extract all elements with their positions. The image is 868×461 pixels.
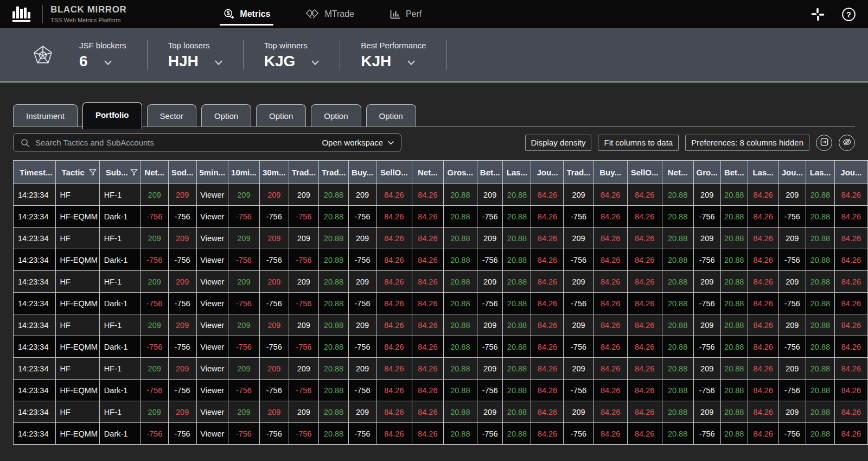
column-header-15[interactable]: Las...	[503, 161, 531, 184]
cell[interactable]: 209	[564, 314, 593, 336]
column-header-4[interactable]: Sod...	[168, 161, 196, 184]
column-header-17[interactable]: Trad...	[564, 161, 593, 184]
cell[interactable]: 84.26	[627, 293, 662, 314]
cell[interactable]: 209	[693, 314, 720, 336]
cell[interactable]: -756	[168, 423, 196, 445]
cell[interactable]: 84.26	[593, 401, 627, 423]
cell[interactable]: -756	[228, 336, 260, 358]
cell[interactable]: 84.26	[412, 314, 443, 336]
cell[interactable]: 84.26	[376, 271, 412, 293]
cell[interactable]: 209	[778, 401, 806, 423]
eye-off-button[interactable]	[839, 135, 855, 151]
cell[interactable]: 14:23:34	[14, 401, 56, 423]
cell[interactable]: 20.88	[318, 336, 348, 358]
cell[interactable]: 20.88	[806, 358, 834, 380]
column-header-3[interactable]: Net...	[141, 161, 168, 184]
column-header-2[interactable]: Sub...	[99, 161, 141, 184]
nav-item-mtrade[interactable]: MTrade	[305, 0, 354, 28]
cell[interactable]: 209	[349, 358, 376, 380]
cell[interactable]: 20.88	[720, 184, 748, 206]
cell[interactable]: 14:23:34	[14, 249, 56, 271]
cell[interactable]: Viewer	[196, 380, 228, 401]
cell[interactable]: 84.26	[834, 184, 867, 206]
cell[interactable]: 209	[141, 228, 168, 249]
cell[interactable]: 84.26	[593, 206, 627, 228]
cell[interactable]: 20.88	[720, 228, 748, 249]
cell[interactable]: 209	[693, 228, 720, 249]
cell[interactable]: HF-1	[99, 401, 141, 423]
cell[interactable]: 84.26	[376, 184, 412, 206]
cell[interactable]: 20.88	[443, 314, 477, 336]
column-header-8[interactable]: Trad...	[289, 161, 318, 184]
table-row[interactable]: 14:23:34HF-EQMMDark-1-756-756Viewer-756-…	[14, 423, 868, 445]
cell[interactable]: 20.88	[503, 336, 531, 358]
cell[interactable]: 20.88	[503, 423, 531, 445]
cell[interactable]: 84.26	[376, 423, 412, 445]
cell[interactable]: 209	[564, 271, 593, 293]
cell[interactable]: -756	[564, 293, 593, 314]
cell[interactable]: 84.26	[412, 423, 443, 445]
cell[interactable]: 84.26	[531, 249, 564, 271]
cell[interactable]: 84.26	[531, 184, 564, 206]
cell[interactable]: HF-EQMM	[55, 293, 99, 314]
cell[interactable]: 84.26	[412, 358, 443, 380]
table-row[interactable]: 14:23:34HFHF-1209209Viewer20920920920.88…	[14, 401, 868, 423]
column-header-19[interactable]: SellO...	[627, 161, 662, 184]
cell[interactable]: 84.26	[834, 358, 867, 380]
column-header-16[interactable]: Jou...	[531, 161, 564, 184]
cell[interactable]: 84.26	[376, 380, 412, 401]
cell[interactable]: 20.88	[720, 206, 748, 228]
cell[interactable]: 209	[141, 271, 168, 293]
cell[interactable]: 209	[778, 314, 806, 336]
cell[interactable]: 20.88	[318, 401, 348, 423]
cell[interactable]: 20.88	[806, 401, 834, 423]
cell[interactable]: 209	[168, 184, 196, 206]
cell[interactable]: 84.26	[412, 401, 443, 423]
cell[interactable]: -756	[141, 380, 168, 401]
cell[interactable]: 84.26	[531, 271, 564, 293]
cell[interactable]: 209	[564, 358, 593, 380]
cell[interactable]: -756	[259, 249, 289, 271]
cell[interactable]: 209	[259, 401, 289, 423]
cell[interactable]: 84.26	[748, 293, 778, 314]
cell[interactable]: 209	[168, 271, 196, 293]
column-header-21[interactable]: Gro...	[693, 161, 720, 184]
cell[interactable]: 14:23:34	[14, 293, 56, 314]
cell[interactable]: 84.26	[412, 206, 443, 228]
cell[interactable]: -756	[693, 423, 720, 445]
cell[interactable]: 84.26	[412, 271, 443, 293]
cell[interactable]: HF-EQMM	[55, 249, 99, 271]
cell[interactable]: 20.88	[318, 380, 348, 401]
cell[interactable]: Viewer	[196, 401, 228, 423]
cell[interactable]: 84.26	[412, 293, 443, 314]
cell[interactable]: -756	[228, 293, 260, 314]
cell[interactable]: 84.26	[834, 206, 867, 228]
cell[interactable]: 20.88	[806, 293, 834, 314]
cell[interactable]: HF-EQMM	[55, 206, 99, 228]
cell[interactable]: 84.26	[834, 336, 867, 358]
cell[interactable]: 84.26	[593, 314, 627, 336]
cell[interactable]: -756	[477, 293, 503, 314]
column-header-1[interactable]: Tactic	[55, 161, 99, 184]
cell[interactable]: -756	[259, 380, 289, 401]
cell[interactable]: 20.88	[662, 314, 693, 336]
nav-item-perf[interactable]: Perf	[389, 0, 422, 28]
cell[interactable]: 84.26	[627, 358, 662, 380]
search-input[interactable]	[34, 137, 317, 148]
cell[interactable]: 84.26	[748, 380, 778, 401]
cell[interactable]: 84.26	[531, 401, 564, 423]
cell[interactable]: 84.26	[627, 380, 662, 401]
cell[interactable]: Viewer	[196, 314, 228, 336]
cell[interactable]: 84.26	[376, 401, 412, 423]
table-row[interactable]: 14:23:34HF-EQMMDark-1-756-756Viewer-756-…	[14, 293, 868, 314]
cell[interactable]: -756	[564, 423, 593, 445]
cell[interactable]: -756	[349, 423, 376, 445]
cell[interactable]: HF	[55, 401, 99, 423]
cell[interactable]: 20.88	[503, 271, 531, 293]
table-row[interactable]: 14:23:34HFHF-1209209Viewer20920920920.88…	[14, 184, 868, 206]
cell[interactable]: -756	[141, 423, 168, 445]
cell[interactable]: 209	[168, 358, 196, 380]
cell[interactable]: -756	[693, 336, 720, 358]
cell[interactable]: 84.26	[593, 249, 627, 271]
cell[interactable]: 84.26	[531, 358, 564, 380]
